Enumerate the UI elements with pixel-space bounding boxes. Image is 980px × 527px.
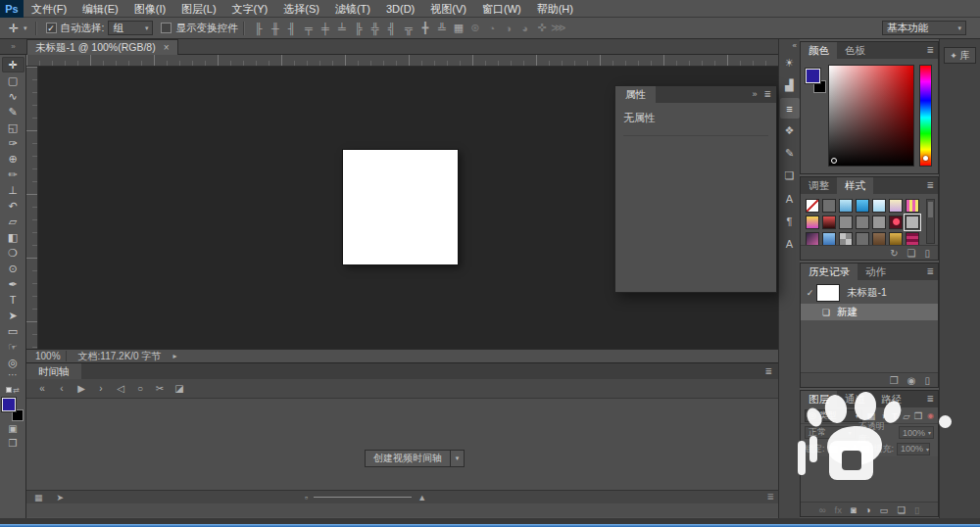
zoom-level[interactable]: 100% — [30, 351, 67, 361]
tool-button[interactable]: ➤ — [2, 308, 24, 323]
hue-marker[interactable] — [923, 156, 928, 161]
tool-button[interactable]: ⊙ — [2, 261, 24, 276]
options-bar-icon[interactable]: ╠ — [350, 23, 367, 34]
dock-panel-icon[interactable]: ▟ — [780, 75, 800, 96]
style-swatch[interactable] — [856, 216, 869, 229]
history-step-row[interactable]: ❏ 新建 — [801, 304, 938, 320]
layer-filter-icon[interactable]: ▱ — [901, 410, 912, 421]
color-marker[interactable] — [831, 158, 837, 164]
style-swatch[interactable] — [906, 199, 919, 213]
chevron-down-icon[interactable]: ▾ — [451, 450, 465, 467]
layers-footer-icon[interactable]: ▭ — [879, 504, 888, 515]
style-swatch[interactable] — [806, 232, 819, 246]
options-bar-icon[interactable]: ╤ — [300, 23, 317, 34]
history-footer-icon[interactable]: ▯ — [924, 375, 930, 386]
expand-panels-icon[interactable]: « — [793, 39, 800, 52]
auto-select-checkbox[interactable]: ✓ — [46, 23, 57, 33]
lock-icon[interactable]: ▦ — [828, 444, 839, 454]
tool-button[interactable]: ✎ — [2, 104, 24, 120]
options-bar-icon[interactable]: ╦ — [400, 23, 416, 34]
blend-mode-dropdown[interactable]: 正常 ▾ — [805, 426, 856, 439]
transport-button[interactable]: ‹ — [52, 383, 72, 394]
menu-item[interactable]: 视图(V) — [422, 0, 474, 18]
zoom-out-icon[interactable]: ▫ — [305, 493, 308, 503]
layers-list[interactable] — [801, 456, 938, 502]
close-icon[interactable]: × — [164, 42, 170, 53]
zoom-in-icon[interactable]: ▲ — [417, 493, 426, 503]
menu-item[interactable]: 帮助(H) — [529, 0, 581, 18]
options-bar-icon[interactable]: ╟ — [250, 23, 267, 34]
fill-input[interactable]: 100% ▾ — [897, 443, 930, 455]
options-bar-icon[interactable]: ╫ — [267, 23, 283, 34]
swap-colors-icon[interactable]: ⇄ — [6, 384, 20, 396]
options-bar-icon[interactable]: ╩ — [433, 23, 450, 34]
tool-button[interactable]: ✏ — [2, 167, 24, 182]
layers-footer-icon[interactable]: ▯ — [914, 504, 919, 515]
tool-button[interactable]: ⊕ — [2, 151, 24, 167]
panel-tab[interactable]: 动作 — [858, 264, 894, 280]
tool-button[interactable]: ❍ — [2, 245, 24, 261]
tool-button[interactable]: ▢ — [2, 72, 24, 88]
history-brush-source-icon[interactable]: ✓ — [804, 288, 816, 298]
panel-tab[interactable]: 路径 — [873, 391, 909, 407]
document-tab[interactable]: 未标题-1 @ 100%(RGB/8) × — [26, 39, 178, 55]
tool-button[interactable]: ∿ — [2, 88, 24, 104]
tool-button[interactable]: ✒ — [2, 276, 24, 292]
history-snapshot-row[interactable]: ✓ 未标题-1 — [801, 282, 938, 304]
tool-button[interactable]: ◎ — [2, 355, 24, 370]
style-swatch[interactable] — [839, 216, 853, 229]
foreground-color-swatch[interactable] — [806, 69, 820, 83]
options-bar-icon[interactable]: ◕ — [516, 23, 533, 34]
snapshot-thumbnail[interactable] — [816, 284, 840, 302]
panel-tab[interactable]: 色板 — [837, 42, 873, 59]
scrollbar[interactable] — [926, 199, 935, 244]
lock-icon[interactable]: ✛ — [850, 444, 860, 454]
transport-button[interactable]: ▶ — [72, 383, 91, 394]
tool-button[interactable]: ▱ — [2, 214, 24, 229]
menu-item[interactable]: 图层(L) — [173, 0, 223, 18]
tool-button[interactable]: T — [2, 292, 24, 308]
tab-timeline[interactable]: 时间轴 — [26, 363, 81, 379]
panel-tab[interactable]: 通道 — [837, 391, 873, 407]
panel-tab[interactable]: 样式 — [837, 177, 873, 194]
opacity-input[interactable]: 100% ▾ — [899, 426, 934, 439]
lock-icon[interactable]: ▣ — [860, 444, 871, 454]
create-video-timeline-button[interactable]: 创建视频时间轴 ▾ — [365, 450, 465, 467]
style-swatch[interactable] — [889, 199, 903, 213]
frames-mode-icon[interactable]: ▦ — [34, 493, 43, 503]
menu-item[interactable]: 滤镜(T) — [327, 0, 378, 18]
panel-tab[interactable]: 历史记录 — [801, 264, 858, 280]
tool-button[interactable]: ⊥ — [2, 182, 24, 198]
edit-toolbar-icon[interactable]: ⋯ — [8, 370, 18, 382]
history-footer-icon[interactable]: ◉ — [907, 375, 916, 386]
filter-toggle-icon[interactable]: ◉ — [927, 411, 934, 420]
menu-item[interactable]: 文件(F) — [24, 0, 74, 18]
style-swatch[interactable] — [839, 232, 853, 246]
tool-button[interactable]: ✛ — [2, 57, 24, 72]
options-bar-icon[interactable]: ◑ — [500, 23, 516, 34]
layer-filter-icon[interactable]: ❒ — [912, 410, 924, 421]
panel-menu-icon[interactable]: ≣ — [926, 264, 934, 280]
tool-button[interactable]: ◱ — [2, 120, 24, 135]
saturation-brightness-field[interactable] — [828, 65, 914, 167]
dock-panel-icon[interactable]: ❏ — [780, 166, 800, 186]
style-swatch[interactable] — [822, 216, 836, 229]
transport-button[interactable]: « — [32, 383, 52, 394]
panel-tab[interactable]: 颜色 — [801, 42, 837, 59]
dock-panel-icon[interactable]: A — [780, 188, 800, 209]
foreground-color-swatch[interactable] — [2, 398, 16, 411]
hue-slider[interactable] — [919, 65, 932, 167]
slider-track[interactable] — [314, 497, 412, 498]
convert-timeline-icon[interactable]: ➤ — [57, 493, 65, 503]
layers-footer-icon[interactable]: fx — [835, 504, 842, 515]
panel-menu-icon[interactable]: ≣ — [764, 363, 772, 379]
panel-menu-icon[interactable]: ≣ — [926, 42, 934, 59]
dock-panel-icon[interactable]: ☀ — [780, 53, 800, 73]
options-bar-icon[interactable]: ✜ — [533, 22, 550, 34]
menu-item[interactable]: 窗口(W) — [474, 0, 529, 18]
options-bar-icon[interactable]: ╪ — [317, 23, 333, 34]
options-bar-icon[interactable]: ╢ — [283, 23, 300, 34]
quick-mask-button[interactable]: ▣ — [2, 421, 24, 436]
style-swatch[interactable] — [872, 216, 886, 229]
menu-item[interactable]: 文字(Y) — [224, 0, 276, 18]
